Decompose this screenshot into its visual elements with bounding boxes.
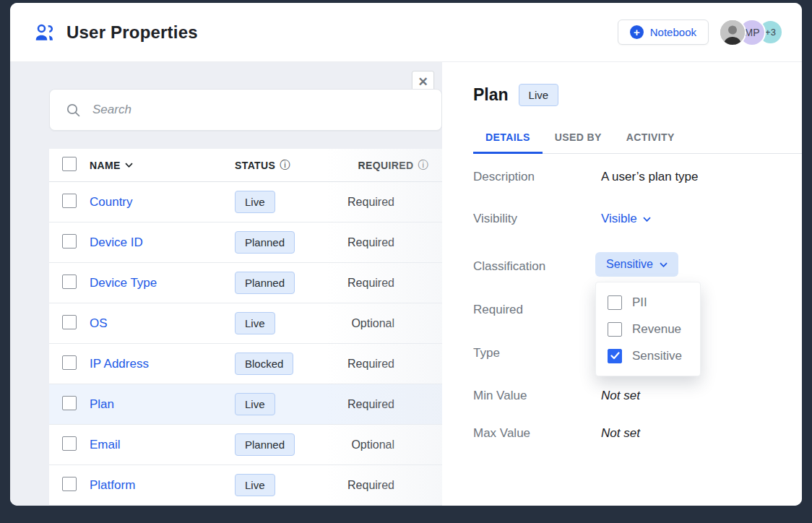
header-title-group: User Properties — [33, 22, 198, 43]
row-checkbox[interactable] — [62, 194, 77, 208]
row-checkbox[interactable] — [62, 477, 77, 491]
table-row: Country Live Required — [49, 182, 442, 222]
page-title: User Properties — [66, 22, 198, 43]
info-icon[interactable]: ⓘ — [280, 159, 290, 172]
status-cell: Planned — [235, 433, 343, 456]
checkbox-cell — [49, 355, 90, 373]
field-label: Min Value — [473, 389, 601, 403]
status-badge: Planned — [235, 433, 295, 456]
search-input[interactable] — [92, 103, 426, 117]
column-header-name-label: NAME — [90, 160, 121, 171]
property-name-title: Plan — [473, 85, 509, 105]
tab-details[interactable]: DETAILS — [473, 131, 543, 154]
select-all-checkbox[interactable] — [62, 157, 77, 171]
status-badge: Live — [235, 393, 275, 415]
chevron-down-icon — [125, 163, 133, 168]
checkbox-unchecked[interactable] — [608, 295, 622, 310]
field-label: Description — [473, 170, 601, 184]
search-box[interactable] — [49, 89, 442, 131]
users-icon — [33, 22, 55, 43]
status-badge: Live — [519, 84, 559, 106]
property-link[interactable]: Email — [90, 438, 235, 452]
field-value: Not set — [601, 426, 640, 441]
table-row: OS Live Optional — [49, 303, 442, 344]
column-header-name[interactable]: NAME — [90, 160, 235, 171]
checkbox-cell — [49, 234, 90, 251]
visibility-dropdown[interactable]: Visible — [601, 212, 651, 226]
required-value: Optional — [343, 317, 442, 330]
required-value: Required — [343, 277, 442, 290]
field-label: Max Value — [473, 426, 601, 441]
row-checkbox[interactable] — [62, 234, 77, 248]
dropdown-option-pii[interactable]: PII — [608, 295, 700, 310]
field-max-value: Max Value Not set — [473, 426, 787, 441]
avatar-photo[interactable] — [720, 20, 745, 45]
status-badge: Planned — [235, 231, 295, 254]
checkbox-checked[interactable] — [608, 349, 622, 363]
dropdown-option-label: Sensitive — [632, 349, 682, 363]
status-cell: Live — [235, 191, 343, 213]
field-description: Description A user’s plan type — [473, 170, 787, 184]
properties-table: NAME STATUS ⓘ REQUIRED ⓘ — [49, 149, 442, 506]
header: User Properties + Notebook MP — [10, 3, 802, 62]
field-min-value: Min Value Not set — [473, 389, 787, 403]
property-link[interactable]: Plan — [90, 397, 235, 412]
dropdown-option-revenue[interactable]: Revenue — [608, 322, 700, 337]
plus-icon: + — [630, 25, 644, 39]
user-properties-window: User Properties + Notebook MP — [10, 3, 802, 506]
property-link[interactable]: Device ID — [90, 235, 235, 250]
classification-value: Sensitive — [606, 258, 653, 271]
dropdown-option-label: Revenue — [632, 322, 681, 337]
dropdown-option-sensitive[interactable]: Sensitive — [608, 349, 700, 363]
row-checkbox[interactable] — [62, 355, 77, 370]
field-value: A user’s plan type — [601, 170, 699, 184]
select-all-cell — [49, 157, 90, 174]
required-value: Required — [343, 196, 442, 209]
header-actions: + Notebook MP +3 — [618, 20, 782, 45]
row-checkbox[interactable] — [62, 315, 77, 329]
column-header-status[interactable]: STATUS ⓘ — [235, 159, 343, 172]
detail-title-row: Plan Live — [473, 84, 558, 106]
required-value: Required — [343, 358, 442, 371]
table-row: Device Type Planned Required — [49, 263, 442, 303]
table-row: Email Planned Optional — [49, 425, 442, 465]
field-visibility: Visibility Visible — [473, 212, 787, 226]
info-icon[interactable]: ⓘ — [418, 159, 428, 172]
required-value: Required — [343, 236, 442, 249]
app-background: User Properties + Notebook MP — [0, 0, 812, 523]
status-badge: Planned — [235, 272, 295, 294]
table-row: Device ID Planned Required — [49, 222, 442, 263]
row-checkbox[interactable] — [62, 396, 77, 410]
notebook-button-label: Notebook — [650, 26, 696, 38]
status-cell: Planned — [235, 231, 343, 254]
search-icon — [66, 103, 81, 118]
property-link[interactable]: Platform — [90, 478, 235, 493]
checkbox-unchecked[interactable] — [608, 322, 622, 337]
property-link[interactable]: Country — [90, 195, 235, 209]
status-cell: Planned — [235, 272, 343, 294]
row-checkbox[interactable] — [62, 436, 77, 451]
required-value: Required — [343, 479, 442, 492]
column-header-required[interactable]: REQUIRED ⓘ — [343, 159, 442, 172]
property-detail-panel: Plan Live DETAILS USED BY ACTIVITY Descr… — [442, 62, 802, 506]
table-header: NAME STATUS ⓘ REQUIRED ⓘ — [49, 149, 442, 182]
status-cell: Blocked — [235, 353, 343, 375]
dropdown-option-label: PII — [632, 295, 647, 310]
property-link[interactable]: IP Address — [90, 357, 235, 371]
checkbox-cell — [49, 436, 90, 454]
row-checkbox[interactable] — [62, 275, 77, 289]
property-link[interactable]: OS — [90, 316, 235, 331]
checkbox-cell — [49, 396, 90, 413]
classification-dropdown-trigger[interactable]: Sensitive — [595, 252, 678, 277]
status-badge: Live — [235, 474, 275, 496]
field-label: Required — [473, 303, 601, 317]
property-link[interactable]: Device Type — [90, 276, 235, 290]
notebook-button[interactable]: + Notebook — [618, 20, 709, 45]
tab-activity[interactable]: ACTIVITY — [614, 131, 687, 154]
table-row-selected: Plan Live Required — [49, 384, 442, 425]
status-cell: Live — [235, 393, 343, 415]
tab-used-by[interactable]: USED BY — [543, 131, 614, 154]
checkbox-cell — [49, 275, 90, 292]
status-cell: Live — [235, 474, 343, 496]
required-value: Required — [343, 398, 442, 411]
